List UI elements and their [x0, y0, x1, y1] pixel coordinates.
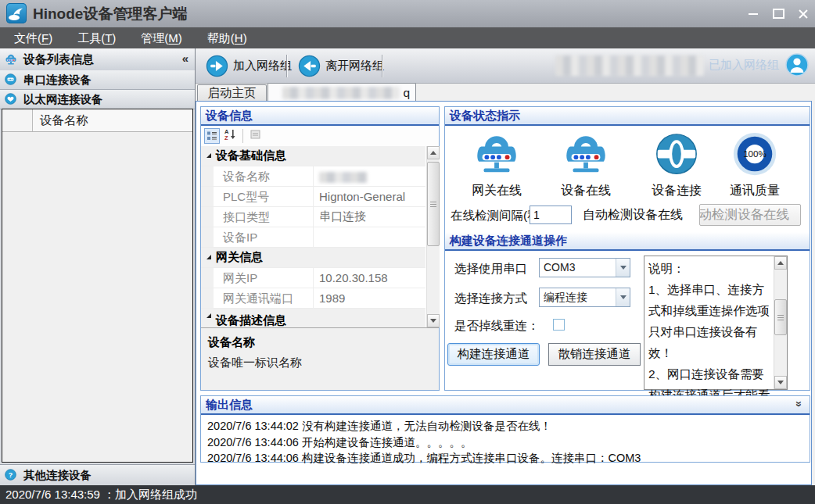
serial-port-combobox[interactable]: COM3	[539, 258, 630, 277]
build-channel-button[interactable]: 构建连接通道	[447, 343, 540, 366]
tab-device-label-suffix: q	[403, 86, 410, 100]
leave-network-group-button[interactable]: 离开网络组	[293, 54, 390, 78]
menu-tools[interactable]: 工具(T)	[65, 27, 128, 48]
app-window: Hinode设备管理客户端 文件(F) 工具(T) 管理(M) 帮助(H)	[0, 0, 815, 504]
title-bar: Hinode设备管理客户端	[0, 0, 815, 27]
instruction-note-box: 说明： 1、选择串口、连接方式和掉线重连操作选项只对串口连接设备有效！ 2、网口…	[644, 256, 788, 390]
device-list-icon	[5, 53, 17, 66]
device-info-panel: 设备信息 A Z	[200, 106, 440, 391]
collapse-arrow-icon	[206, 255, 211, 259]
minimize-button[interactable]	[741, 0, 765, 27]
status-bar: 2020/7/6 13:43:59 ：加入网络组成功	[0, 485, 815, 504]
interval-label: 在线检测间隔(秒	[451, 208, 532, 224]
sidebar-item-label: 其他连接设备	[23, 468, 92, 483]
joined-network-status: 已加入网络组	[709, 58, 779, 73]
interval-input[interactable]	[530, 206, 572, 224]
tab-device[interactable]: q	[267, 83, 416, 102]
revoke-channel-button[interactable]: 散销连接通道	[548, 343, 641, 366]
device-connect-icon	[652, 130, 701, 181]
az-sort-icon: A Z	[224, 128, 236, 141]
sidebar-header[interactable]: 设备列表信息 «	[0, 48, 195, 71]
sidebar-item-serial-devices[interactable]: 串口连接设备	[0, 70, 195, 90]
connect-mode-combobox[interactable]: 编程连接	[539, 288, 630, 307]
property-row[interactable]: PLC型号 Hignton-General	[201, 187, 425, 207]
gateway-online-indicator: 网关在线	[459, 130, 534, 199]
property-category-row[interactable]: 设备基础信息	[201, 146, 425, 166]
menu-help[interactable]: 帮助(H)	[195, 27, 260, 48]
device-connect-indicator: 设备连接	[639, 130, 714, 199]
scroll-up-button[interactable]	[427, 146, 440, 159]
sidebar-item-other-devices[interactable]: ? 其他连接设备	[0, 464, 195, 485]
svg-text:Z: Z	[224, 134, 228, 141]
category-label: 设备描述信息	[216, 313, 286, 327]
collapse-arrow-icon	[206, 313, 211, 318]
menu-file[interactable]: 文件(F)	[2, 27, 65, 48]
sidebar-collapse-button[interactable]: «	[182, 52, 188, 65]
maximize-button[interactable]	[767, 0, 790, 27]
comm-quality-donut-icon: 100%	[731, 130, 779, 181]
tab-home-label: 启动主页	[208, 85, 257, 102]
serial-device-icon	[5, 73, 17, 86]
dropdown-button[interactable]	[616, 259, 630, 277]
close-button[interactable]	[792, 0, 815, 27]
property-row[interactable]: 设备名称	[201, 166, 425, 187]
sidebar-item-label: 串口连接设备	[23, 73, 92, 88]
sidebar-item-ethernet-devices[interactable]: 以太网连接设备	[0, 90, 195, 109]
auto-detect-label: 自动检测设备在线	[583, 207, 683, 223]
user-avatar[interactable]	[785, 53, 809, 77]
categorized-view-icon	[206, 130, 217, 141]
note-scrollbar[interactable]	[774, 256, 787, 389]
app-logo-icon	[6, 3, 27, 23]
comm-quality-indicator: 100% 通讯质量	[717, 130, 792, 199]
chevron-down-icon	[620, 266, 627, 270]
toolbar-separator	[286, 55, 288, 77]
output-collapse-button[interactable]: »	[793, 401, 806, 407]
join-network-icon	[206, 55, 228, 77]
output-panel: 输出信息 » 2020/7/6 13:44:02 没有构建连接通道，无法自动检测…	[200, 395, 810, 463]
property-pages-button[interactable]	[250, 128, 262, 144]
auto-detect-button[interactable]: 自动检测设备在线	[699, 204, 801, 226]
tab-home[interactable]: 启动主页	[197, 84, 267, 102]
property-grid-scrollbar[interactable]	[426, 146, 440, 327]
row-selector-header[interactable]	[2, 109, 33, 131]
selected-property-name: 设备名称	[208, 335, 255, 350]
main-toolbar: 加入网络组 离开网络组 已加入网络组	[196, 48, 815, 84]
log-line: 2020/7/6 13:44:02 没有构建连接通道，无法自动检测设备是否在线！	[207, 418, 803, 434]
connect-mode-value: 编程连接	[540, 288, 616, 306]
scroll-down-button[interactable]	[427, 314, 440, 327]
reconnect-checkbox[interactable]	[553, 319, 565, 331]
property-description-pane: 设备名称 设备唯一标识名称	[201, 327, 439, 390]
sidebar-item-label: 以太网连接设备	[23, 92, 103, 107]
property-row[interactable]: 接口类型 串口连接	[201, 207, 425, 227]
scroll-up-button[interactable]	[774, 256, 787, 270]
property-row[interactable]: 设备IP	[201, 227, 425, 248]
device-online-indicator: 设备在线	[548, 130, 623, 199]
property-row[interactable]: 网关IP 10.20.30.158	[201, 268, 425, 288]
property-pages-icon	[250, 128, 262, 141]
join-network-group-button[interactable]: 加入网络组	[200, 54, 297, 78]
status-bar-message: 2020/7/6 13:43:59 ：加入网络组成功	[5, 488, 197, 501]
output-log-list: 2020/7/6 13:44:02 没有构建连接通道，无法自动检测设备是否在线！…	[207, 418, 803, 466]
menu-manage[interactable]: 管理(M)	[128, 27, 195, 48]
dropdown-button[interactable]	[616, 288, 630, 306]
categorized-view-button[interactable]	[204, 128, 220, 144]
redacted-username-region	[555, 55, 704, 76]
device-list-table: 设备名称	[2, 109, 193, 463]
selected-property-description: 设备唯一标识名称	[208, 356, 302, 370]
property-category-row[interactable]: 网关信息	[201, 248, 425, 268]
person-icon	[785, 53, 809, 77]
online-check-row: 在线检测间隔(秒 自动检测设备在线 自动检测设备在线	[445, 204, 810, 227]
ethernet-device-icon	[5, 93, 17, 105]
join-network-label: 加入网络组	[233, 59, 292, 73]
property-row[interactable]: 网关通讯端口 1989	[201, 288, 425, 309]
scrollbar-thumb[interactable]	[427, 162, 440, 246]
device-status-panel: 设备状态指示 网关在线 设	[444, 106, 810, 391]
alphabetical-sort-button[interactable]: A Z	[224, 128, 236, 144]
property-grid: 设备基础信息 设备名称 PLC型号 Hignton-General 接口类型 串…	[201, 146, 425, 327]
device-name-column-header[interactable]: 设备名称	[33, 109, 192, 131]
scroll-down-button[interactable]	[774, 376, 787, 389]
device-list-sidebar: 设备列表信息 « 串口连接设备 以太网连接设备	[0, 48, 196, 485]
scrollbar-thumb[interactable]	[774, 299, 787, 335]
property-category-row[interactable]: 设备描述信息	[201, 309, 425, 327]
channel-panel-title: 构建设备连接通道操作	[445, 232, 810, 251]
